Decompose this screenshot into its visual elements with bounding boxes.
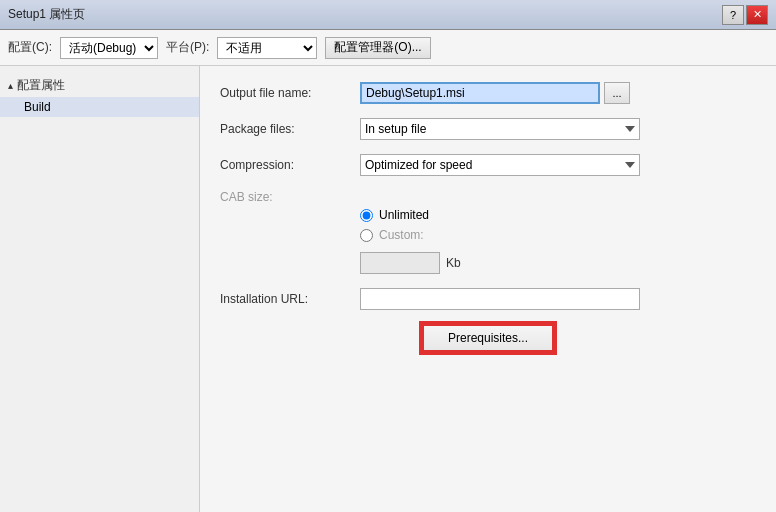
prerequisites-row: Prerequisites... [220, 324, 756, 352]
compression-label: Compression: [220, 158, 360, 172]
output-file-controls: ... [360, 82, 756, 104]
kb-label: Kb [446, 256, 461, 270]
custom-radio-row: Custom: [360, 228, 756, 242]
browse-button[interactable]: ... [604, 82, 630, 104]
sidebar: ▴ 配置属性 Build [0, 66, 200, 512]
installation-url-row: Installation URL: [220, 288, 756, 310]
output-file-input[interactable] [360, 82, 600, 104]
sidebar-group-label: 配置属性 [17, 77, 65, 94]
package-files-label: Package files: [220, 122, 360, 136]
unlimited-radio[interactable] [360, 209, 373, 222]
platform-select[interactable]: 不适用 [217, 37, 317, 59]
sidebar-item-build[interactable]: Build [0, 97, 199, 117]
properties-panel: Output file name: ... Package files: In … [200, 66, 776, 512]
output-file-label: Output file name: [220, 86, 360, 100]
compression-controls: Optimized for speed Optimized for size N… [360, 154, 756, 176]
cab-size-label: CAB size: [220, 190, 360, 204]
package-files-select[interactable]: In setup file From files in project outp… [360, 118, 640, 140]
config-manager-button[interactable]: 配置管理器(O)... [325, 37, 430, 59]
toolbar: 配置(C): 活动(Debug) 平台(P): 不适用 配置管理器(O)... [0, 30, 776, 66]
help-button[interactable]: ? [722, 5, 744, 25]
group-arrow-icon: ▴ [8, 80, 13, 91]
installation-url-input[interactable] [360, 288, 640, 310]
sidebar-group-header[interactable]: ▴ 配置属性 [0, 74, 199, 97]
custom-radio[interactable] [360, 229, 373, 242]
prerequisites-button[interactable]: Prerequisites... [422, 324, 554, 352]
close-button[interactable]: ✕ [746, 5, 768, 25]
custom-label: Custom: [379, 228, 424, 242]
compression-row: Compression: Optimized for speed Optimiz… [220, 154, 756, 176]
platform-label: 平台(P): [166, 39, 209, 56]
output-file-row: Output file name: ... [220, 82, 756, 104]
title-bar-buttons: ? ✕ [722, 5, 768, 25]
cab-size-label-row: CAB size: [220, 190, 756, 204]
package-files-row: Package files: In setup file From files … [220, 118, 756, 140]
config-select[interactable]: 活动(Debug) [60, 37, 158, 59]
installation-url-controls [360, 288, 756, 310]
main-content: ▴ 配置属性 Build Output file name: ... Packa… [0, 66, 776, 512]
kb-input[interactable] [360, 252, 440, 274]
compression-select[interactable]: Optimized for speed Optimized for size N… [360, 154, 640, 176]
config-label: 配置(C): [8, 39, 52, 56]
title-bar: Setup1 属性页 ? ✕ [0, 0, 776, 30]
installation-url-label: Installation URL: [220, 292, 360, 306]
cab-size-radio-group: Unlimited Custom: [360, 208, 756, 242]
unlimited-radio-row: Unlimited [360, 208, 756, 222]
unlimited-label: Unlimited [379, 208, 429, 222]
window-title: Setup1 属性页 [8, 6, 85, 23]
package-files-controls: In setup file From files in project outp… [360, 118, 756, 140]
kb-row: Kb [360, 252, 756, 274]
